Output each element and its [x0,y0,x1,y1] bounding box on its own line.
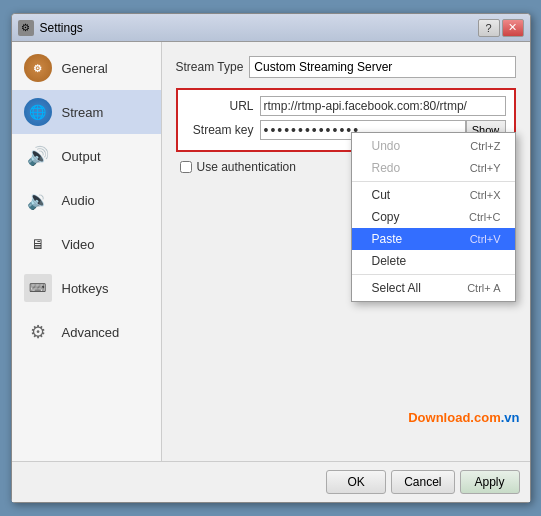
ctx-cut-label: Cut [372,188,391,202]
ctx-redo-shortcut: Ctrl+Y [470,162,501,174]
audio-icon: 🔉 [22,184,54,216]
content-area: ⚙ General 🌐 Stream 🔊 Output 🔉 [12,42,530,461]
ctx-paste-shortcut: Ctrl+V [470,233,501,245]
stream-type-row: Stream Type Custom Streaming Server [176,56,516,78]
sidebar-label-audio: Audio [62,193,95,208]
help-button[interactable]: ? [478,19,500,37]
sidebar-label-video: Video [62,237,95,252]
sidebar-label-hotkeys: Hotkeys [62,281,109,296]
sidebar-item-advanced[interactable]: ⚙ Advanced [12,310,161,354]
sidebar-item-video[interactable]: 🖥 Video [12,222,161,266]
apply-button[interactable]: Apply [460,470,520,494]
watermark-download: Download [408,410,470,425]
settings-window: ⚙ Settings ? ✕ ⚙ General 🌐 Stream [11,13,531,503]
context-menu: Undo Ctrl+Z Redo Ctrl+Y Cut Ctrl+X Copy … [351,132,516,302]
watermark: Download.com.vn [408,410,519,425]
stream-type-select[interactable]: Custom Streaming Server [249,56,515,78]
settings-icon: ⚙ [18,20,34,36]
window-title: Settings [40,21,83,35]
stream-key-label: Stream key [186,123,254,137]
ctx-redo[interactable]: Redo Ctrl+Y [352,157,515,179]
ctx-selectall-shortcut: Ctrl+ A [467,282,500,294]
sidebar-label-advanced: Advanced [62,325,120,340]
ctx-copy-shortcut: Ctrl+C [469,211,500,223]
ctx-undo-label: Undo [372,139,401,153]
ctx-copy[interactable]: Copy Ctrl+C [352,206,515,228]
sidebar-item-audio[interactable]: 🔉 Audio [12,178,161,222]
url-row: URL [186,96,506,116]
ctx-cut-shortcut: Ctrl+X [470,189,501,201]
ctx-delete[interactable]: Delete [352,250,515,272]
ctx-paste-label: Paste [372,232,403,246]
sidebar-label-general: General [62,61,108,76]
titlebar-buttons: ? ✕ [478,19,524,37]
stream-type-select-wrapper: Custom Streaming Server [249,56,515,78]
sidebar-item-stream[interactable]: 🌐 Stream [12,90,161,134]
ctx-undo-shortcut: Ctrl+Z [470,140,500,152]
hotkeys-icon: ⌨ [22,272,54,304]
close-button[interactable]: ✕ [502,19,524,37]
video-icon: 🖥 [22,228,54,260]
stream-type-label: Stream Type [176,60,244,74]
ctx-undo[interactable]: Undo Ctrl+Z [352,135,515,157]
ctx-copy-label: Copy [372,210,400,224]
stream-icon: 🌐 [22,96,54,128]
auth-label: Use authentication [197,160,296,174]
main-panel: Stream Type Custom Streaming Server URL … [162,42,530,461]
footer: OK Cancel Apply [12,461,530,502]
sidebar-label-stream: Stream [62,105,104,120]
ctx-selectall[interactable]: Select All Ctrl+ A [352,277,515,299]
auth-checkbox[interactable] [180,161,192,173]
url-label: URL [186,99,254,113]
titlebar-left: ⚙ Settings [18,20,83,36]
ok-button[interactable]: OK [326,470,386,494]
watermark-vn: .vn [501,410,520,425]
advanced-icon: ⚙ [22,316,54,348]
sidebar-item-general[interactable]: ⚙ General [12,46,161,90]
sidebar-item-output[interactable]: 🔊 Output [12,134,161,178]
output-icon: 🔊 [22,140,54,172]
ctx-sep2 [352,274,515,275]
ctx-redo-label: Redo [372,161,401,175]
ctx-selectall-label: Select All [372,281,421,295]
url-input[interactable] [260,96,506,116]
ctx-cut[interactable]: Cut Ctrl+X [352,184,515,206]
sidebar: ⚙ General 🌐 Stream 🔊 Output 🔉 [12,42,162,461]
cancel-button[interactable]: Cancel [391,470,454,494]
sidebar-label-output: Output [62,149,101,164]
sidebar-item-hotkeys[interactable]: ⌨ Hotkeys [12,266,161,310]
watermark-com: com [474,410,501,425]
ctx-sep1 [352,181,515,182]
ctx-paste[interactable]: Paste Ctrl+V [352,228,515,250]
titlebar: ⚙ Settings ? ✕ [12,14,530,42]
ctx-delete-label: Delete [372,254,407,268]
general-icon: ⚙ [22,52,54,84]
